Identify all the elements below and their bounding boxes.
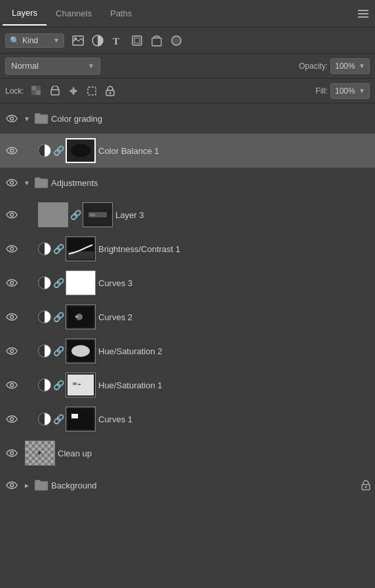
group-row-color-grading[interactable]: ▼ Color grading [0, 103, 375, 134]
lock-transparency-icon[interactable] [30, 84, 44, 98]
svg-rect-8 [31, 86, 36, 90]
lock-all-icon[interactable] [103, 84, 117, 98]
svg-point-30 [10, 282, 14, 285]
svg-rect-29 [68, 251, 94, 259]
adjustment-icon-brightness-contrast-1 [38, 242, 51, 255]
thumbnail-layer-3 [38, 202, 68, 227]
opacity-value: 100% [335, 62, 356, 71]
chevron-icon-adjustments[interactable]: ▼ [22, 178, 31, 187]
blend-arrow-icon: ▼ [88, 62, 94, 69]
svg-point-1 [74, 37, 77, 40]
layer-row-curves-1[interactable]: 🔗 Curves 1 [0, 402, 375, 436]
chain-icon-curves-3: 🔗 [54, 276, 63, 289]
layer-row-curves-2[interactable]: 🔗 Curves 2 [0, 300, 375, 334]
blend-mode-label: Normal [11, 61, 85, 71]
fill-arrow-icon: ▼ [359, 87, 365, 94]
fill-input[interactable]: 100% ▼ [330, 83, 370, 99]
visibility-icon-layer-3[interactable] [4, 207, 20, 223]
tab-layers[interactable]: Layers [3, 1, 47, 26]
filter-icons: T [71, 33, 184, 48]
adjustment-icon-curves-2 [38, 310, 51, 323]
layer-row-brightness-contrast-1[interactable]: 🔗 Brightness/Contrast 1 [0, 232, 375, 266]
visibility-icon-curves-3[interactable] [4, 275, 20, 291]
svg-rect-14 [88, 87, 96, 95]
lock-row: Lock: [0, 79, 375, 103]
tab-channels[interactable]: Channels [47, 2, 101, 25]
filter-adjustment-icon[interactable] [90, 33, 105, 48]
layer-name-brightness-contrast-1: Brightness/Contrast 1 [98, 244, 371, 254]
group-row-adjustments[interactable]: ▼ Adjustments [0, 168, 375, 198]
thumbnail-clean-up: + [25, 441, 55, 466]
blend-mode-dropdown[interactable]: Normal ▼ [5, 58, 100, 75]
filter-smart-icon[interactable] [149, 33, 164, 48]
thumbnail-curves-2 [66, 304, 96, 329]
kind-arrow-icon: ▼ [53, 37, 60, 44]
svg-point-20 [71, 144, 90, 157]
lock-image-icon[interactable] [48, 84, 62, 98]
group-name-color-grading: Color grading [51, 114, 371, 124]
visibility-icon-color-balance-1[interactable] [4, 143, 20, 158]
svg-rect-40 [73, 382, 77, 385]
visibility-icon-curves-2[interactable] [4, 309, 20, 325]
opacity-label: Opacity: [299, 62, 328, 71]
layer-row-color-balance-1[interactable]: 🔗 Color Balance 1 [0, 134, 375, 168]
tabs-bar: Layers Channels Paths [0, 0, 375, 28]
tab-paths[interactable]: Paths [101, 2, 141, 25]
lock-position-icon[interactable] [66, 84, 81, 98]
filter-circle-icon[interactable] [169, 33, 184, 48]
folder-icon-color-grading [34, 113, 49, 124]
folder-icon-adjustments [34, 177, 49, 189]
layer-row-hue-saturation-2[interactable]: 🔗 Hue/Saturation 2 [0, 334, 375, 368]
svg-point-31 [10, 316, 14, 319]
visibility-icon-curves-1[interactable] [4, 411, 20, 427]
kind-dropdown[interactable]: 🔍 Kind ▼ [5, 33, 64, 48]
filter-type-icon[interactable]: T [110, 33, 125, 48]
svg-point-16 [109, 92, 111, 94]
layer-row-clean-up[interactable]: + Clean up [0, 436, 375, 470]
lock-badge-background [361, 480, 371, 490]
thumbnail-curves-1 [66, 407, 96, 432]
svg-point-18 [10, 149, 14, 153]
visibility-icon-color-grading[interactable] [4, 111, 20, 126]
layer-row-curves-3[interactable]: 🔗 Curves 3 [0, 266, 375, 300]
svg-point-7 [172, 36, 181, 45]
layer-row-layer-3[interactable]: 🔗 Layer 3 [0, 198, 375, 232]
svg-rect-26 [90, 213, 95, 216]
visibility-icon-adjustments[interactable] [4, 175, 20, 191]
panel-menu-icon[interactable] [358, 10, 368, 18]
fill-group: Fill: 100% ▼ [315, 83, 370, 99]
adjustment-icon-curves-1 [38, 413, 51, 426]
filter-shape-icon[interactable] [130, 33, 144, 48]
svg-point-22 [10, 181, 14, 185]
visibility-icon-brightness-contrast-1[interactable] [4, 241, 20, 257]
fill-value: 100% [335, 86, 356, 96]
adjustment-icon-hue-saturation-1 [38, 378, 51, 392]
thumbnail-curves-3 [66, 270, 96, 295]
svg-rect-4 [132, 36, 142, 45]
visibility-icon-hue-saturation-2[interactable] [4, 343, 20, 359]
folder-icon-background [34, 479, 49, 491]
layers-list: ▼ Color grading 🔗 Color Balance 1 [0, 103, 375, 500]
opacity-input[interactable]: 100% ▼ [330, 58, 370, 74]
visibility-icon-clean-up[interactable] [4, 445, 20, 461]
chain-icon-hue-saturation-1: 🔗 [54, 378, 63, 392]
visibility-icon-hue-saturation-1[interactable] [4, 377, 20, 393]
chain-icon-curves-2: 🔗 [54, 310, 63, 323]
svg-text:T: T [113, 36, 119, 46]
chevron-icon-color-grading[interactable]: ▼ [22, 114, 31, 123]
chevron-icon-background[interactable]: ► [22, 481, 31, 490]
group-row-background[interactable]: ► Background [0, 470, 375, 500]
svg-point-37 [71, 345, 90, 357]
lock-artboard-icon[interactable] [85, 84, 99, 98]
visibility-icon-background[interactable] [4, 477, 20, 493]
chain-icon-curves-1: 🔗 [54, 413, 63, 426]
svg-point-27 [10, 248, 14, 251]
search-icon: 🔍 [10, 36, 20, 45]
layer-row-hue-saturation-1[interactable]: 🔗 Hue/Saturation 1 [0, 368, 375, 402]
filter-pixel-icon[interactable] [71, 33, 85, 48]
svg-point-42 [10, 418, 14, 421]
opacity-group: Opacity: 100% ▼ [299, 58, 370, 74]
group-name-background: Background [51, 481, 358, 490]
svg-rect-43 [68, 409, 94, 430]
thumbnail-color-balance-1 [66, 138, 96, 163]
